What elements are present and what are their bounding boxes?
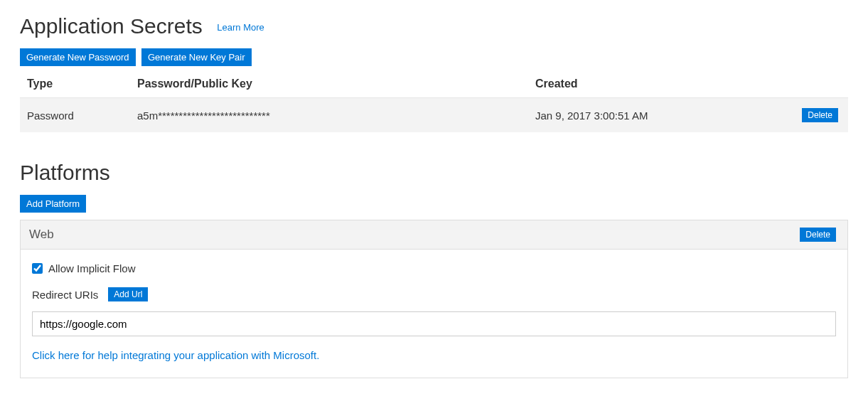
allow-implicit-flow-label[interactable]: Allow Implicit Flow (48, 262, 136, 274)
add-platform-button[interactable]: Add Platform (20, 195, 86, 213)
secret-created-cell: Jan 9, 2017 3:00:51 AM (528, 98, 777, 133)
learn-more-link[interactable]: Learn More (217, 22, 264, 33)
table-row: Password a5m*************************** … (20, 98, 848, 133)
platforms-section: Platforms Add Platform Web Delete Allow … (20, 161, 848, 378)
secret-key-cell: a5m*************************** (130, 98, 528, 133)
add-url-button[interactable]: Add Url (108, 287, 148, 301)
platforms-title: Platforms (20, 161, 110, 185)
redirect-uris-label: Redirect URIs (32, 289, 98, 301)
platform-name: Web (29, 228, 54, 242)
secrets-col-key: Password/Public Key (130, 72, 528, 98)
delete-secret-button[interactable]: Delete (802, 108, 838, 122)
secrets-table: Type Password/Public Key Created Passwor… (20, 72, 848, 132)
secret-type-cell: Password (20, 98, 130, 133)
delete-platform-button[interactable]: Delete (800, 228, 836, 242)
secrets-col-actions (777, 72, 848, 98)
platform-panel-web: Web Delete Allow Implicit Flow Redirect … (20, 220, 848, 378)
redirect-uri-input[interactable] (32, 311, 836, 336)
secrets-col-created: Created (528, 72, 777, 98)
application-secrets-section: Application Secrets Learn More Generate … (20, 14, 848, 132)
integration-help-link[interactable]: Click here for help integrating your app… (32, 349, 319, 361)
generate-new-key-pair-button[interactable]: Generate New Key Pair (141, 48, 252, 66)
secrets-col-type: Type (20, 72, 130, 98)
secrets-title: Application Secrets (20, 14, 203, 38)
generate-new-password-button[interactable]: Generate New Password (20, 48, 136, 66)
allow-implicit-flow-checkbox[interactable] (32, 263, 43, 274)
